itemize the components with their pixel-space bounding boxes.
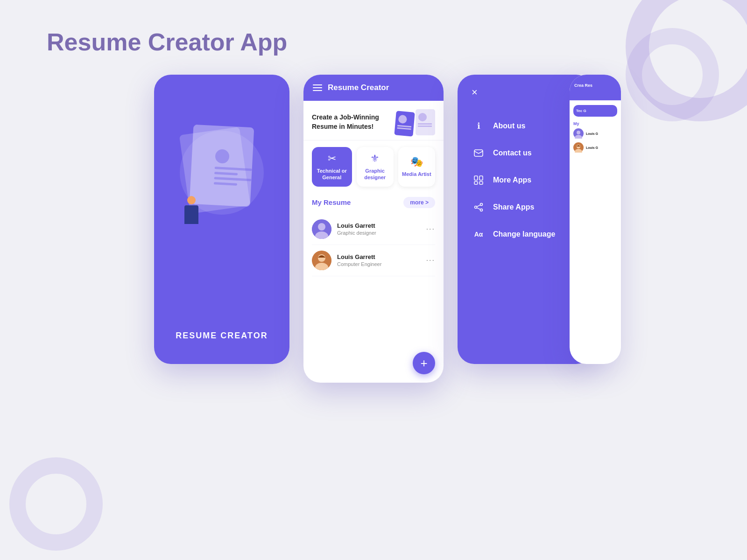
resume-item-1: Louis Garrett Graphic designer ··· bbox=[312, 214, 435, 245]
three-dots-1[interactable]: ··· bbox=[426, 225, 435, 233]
phones-container: RESUME CREATOR Resume Creator Create a J… bbox=[154, 75, 593, 383]
hamburger-line-1 bbox=[313, 84, 322, 85]
hamburger-line-3 bbox=[313, 90, 322, 91]
resume-lines bbox=[214, 149, 253, 189]
page-title: Resume Creator App bbox=[47, 28, 287, 56]
svg-line-14 bbox=[477, 205, 480, 207]
technical-label: Technical or General bbox=[316, 168, 348, 181]
peek-active-btn: Tec G bbox=[573, 105, 617, 117]
resume-section-title: My Resume bbox=[312, 198, 351, 206]
line-3 bbox=[214, 177, 251, 181]
language-icon: Aα bbox=[472, 227, 486, 241]
cat-technical[interactable]: ✂ Technical or General bbox=[312, 147, 352, 187]
technical-icon: ✂ bbox=[328, 153, 336, 165]
svg-rect-6 bbox=[474, 150, 483, 156]
person-body bbox=[184, 205, 198, 224]
phone-menu-wrapper: × ℹ About us Contact us bbox=[458, 75, 593, 364]
svg-point-1 bbox=[318, 223, 325, 231]
peek-header-text: Crea Res bbox=[574, 83, 616, 88]
svg-point-12 bbox=[475, 206, 477, 209]
svg-rect-7 bbox=[474, 176, 478, 180]
peek-resume-2: Louis G bbox=[573, 142, 617, 153]
line-4 bbox=[214, 182, 237, 186]
about-icon: ℹ bbox=[472, 119, 486, 133]
person-figure bbox=[180, 196, 203, 233]
phone-splash: RESUME CREATOR bbox=[154, 75, 289, 364]
svg-rect-8 bbox=[479, 176, 483, 180]
resume-name-1: Louis Garrett bbox=[337, 222, 421, 229]
more-apps-label: More Apps bbox=[493, 176, 531, 184]
categories-row: ✂ Technical or General ⚜ Graphic designe… bbox=[303, 140, 444, 193]
banner-text: Create a Job-Winning Resume in Minutes! bbox=[312, 113, 395, 131]
avatar-img-2 bbox=[312, 251, 331, 270]
avatar-circle bbox=[215, 149, 230, 164]
graphic-icon: ⚜ bbox=[370, 153, 380, 165]
media-label: Media Artist bbox=[402, 171, 431, 177]
resume-paper-front bbox=[190, 125, 254, 207]
phone-peek: Crea Res Tec G My Louis G bbox=[570, 75, 621, 364]
peek-section-title: My bbox=[573, 121, 617, 126]
share-icon bbox=[472, 200, 486, 214]
peek-name-2: Louis G bbox=[586, 146, 598, 149]
fab-button[interactable]: + bbox=[413, 352, 435, 374]
resume-role-2: Computer Engineer bbox=[337, 261, 421, 267]
menu-language[interactable]: Aα Change language bbox=[472, 221, 579, 248]
menu-about[interactable]: ℹ About us bbox=[472, 112, 579, 140]
card-mini-front bbox=[416, 109, 435, 135]
hamburger-button[interactable] bbox=[313, 84, 322, 91]
bg-circle-bottom-left bbox=[9, 457, 103, 551]
resume-info-2: Louis Garrett Computer Engineer bbox=[337, 253, 421, 267]
menu-more-apps[interactable]: More Apps bbox=[472, 167, 579, 194]
banner-illustration bbox=[395, 109, 435, 135]
avatar-2 bbox=[312, 251, 331, 270]
peek-btn-text: Tec G bbox=[576, 109, 614, 113]
line-2 bbox=[214, 172, 238, 175]
contact-label: Contact us bbox=[493, 149, 532, 157]
avatar-img-1 bbox=[312, 219, 331, 239]
language-label: Change language bbox=[493, 230, 555, 238]
peek-body: Tec G My Louis G bbox=[570, 100, 621, 161]
line-1 bbox=[215, 167, 252, 171]
graphic-label: Graphic designer bbox=[360, 168, 390, 181]
menu-share[interactable]: Share Apps bbox=[472, 194, 579, 221]
svg-point-13 bbox=[480, 209, 483, 211]
more-apps-icon bbox=[472, 173, 486, 187]
app-header-title: Resume Creator bbox=[328, 83, 389, 92]
app-body: Create a Job-Winning Resume in Minutes! … bbox=[303, 101, 444, 383]
three-dots-2[interactable]: ··· bbox=[426, 256, 435, 265]
resume-role-1: Graphic designer bbox=[337, 230, 421, 236]
card-mini-back bbox=[394, 111, 415, 136]
svg-point-17 bbox=[577, 131, 580, 134]
svg-point-11 bbox=[480, 203, 483, 206]
person-head bbox=[187, 196, 196, 204]
more-button[interactable]: more > bbox=[403, 197, 435, 208]
svg-rect-9 bbox=[474, 182, 478, 184]
bg-circle-inner bbox=[626, 28, 719, 121]
banner-section: Create a Job-Winning Resume in Minutes! bbox=[303, 101, 444, 140]
resume-info-1: Louis Garrett Graphic designer bbox=[337, 222, 421, 236]
close-button[interactable]: × bbox=[472, 86, 486, 98]
media-icon: 🎭 bbox=[410, 156, 423, 168]
about-label: About us bbox=[493, 122, 525, 130]
phone-main: Resume Creator Create a Job-Winning Resu… bbox=[303, 75, 444, 383]
peek-header: Crea Res bbox=[570, 75, 621, 100]
contact-icon bbox=[472, 146, 486, 160]
share-label: Share Apps bbox=[493, 203, 534, 211]
svg-line-15 bbox=[477, 208, 480, 210]
splash-illustration bbox=[175, 121, 268, 243]
avatar-1 bbox=[312, 219, 331, 239]
app-header: Resume Creator bbox=[303, 75, 444, 101]
cat-media[interactable]: 🎭 Media Artist bbox=[398, 147, 435, 187]
resume-name-2: Louis Garrett bbox=[337, 253, 421, 260]
hamburger-line-2 bbox=[313, 87, 322, 88]
svg-rect-10 bbox=[479, 182, 483, 184]
peek-resume-1: Louis G bbox=[573, 128, 617, 139]
cat-graphic[interactable]: ⚜ Graphic designer bbox=[357, 147, 394, 187]
peek-name-1: Louis G bbox=[586, 132, 598, 135]
splash-label: RESUME CREATOR bbox=[176, 331, 268, 341]
resume-section-header: My Resume more > bbox=[312, 197, 435, 208]
resume-item-2: Louis Garrett Computer Engineer ··· bbox=[312, 245, 435, 276]
menu-contact[interactable]: Contact us bbox=[472, 140, 579, 167]
